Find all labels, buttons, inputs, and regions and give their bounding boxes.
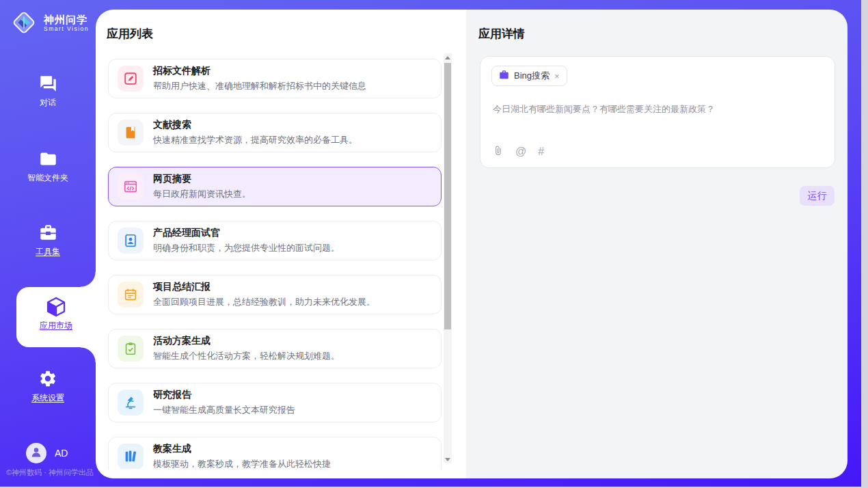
app-card-list: 招标文件解析帮助用户快速、准确地理解和解析招标书中的关键信息文献搜索快速精准查找… [108,53,442,469]
sidebar-item-smart-folder[interactable]: 智能文件夹 [0,149,96,184]
scroll-up-icon[interactable] [444,53,452,62]
app-card-title: 招标文件解析 [153,65,366,77]
app-window: 神州问学 Smart Vision 对话 智能文件夹 [0,0,861,487]
pen-square-icon [118,66,144,92]
person-icon [29,445,43,461]
prompt-text[interactable]: 今日湖北有哪些新闻要点？有哪些需要关注的最新政策？ [493,103,822,116]
app-detail-pane: 应用详情 Bing搜索 × 今日湖北有哪些新闻要点？有哪些需要关注的最新政策？ [466,10,847,478]
app-card[interactable]: 项目总结汇报全面回顾项目进展，总结经验教训，助力未来优化发展。 [108,275,442,314]
diamond-logo-icon [10,8,38,37]
app-card-description: 快速精准查找学术资源，提高研究效率的必备工具。 [153,134,357,146]
app-card-title: 网页摘要 [153,173,251,185]
interviewer-icon [118,228,144,254]
microscope-icon [118,390,144,416]
user-account[interactable]: AD [26,443,68,463]
clipboard-check-icon [118,336,144,362]
app-card-title: 活动方案生成 [153,335,340,347]
app-card[interactable]: 网页摘要每日政府新闻资讯快查。 [108,167,442,206]
app-card-description: 一键智能生成高质量长文本研究报告 [153,404,295,416]
scrollbar-thumb[interactable] [444,63,451,329]
app-card-description: 帮助用户快速、准确地理解和解析招标书中的关键信息 [153,80,366,92]
app-card[interactable]: 文献搜索快速精准查找学术资源，提高研究效率的必备工具。 [108,113,442,152]
app-card[interactable]: 产品经理面试官明确身份和职责，为您提供专业性的面试问题。 [108,221,442,260]
paperclip-icon[interactable] [493,144,504,159]
app-card-description: 智能生成个性化活动方案，轻松解决规划难题。 [153,350,340,362]
sidebar-item-label: 应用市场 [40,320,72,331]
sidebar-item-app-market[interactable]: 应用市场 [16,287,96,347]
list-scrollbar[interactable] [444,53,452,463]
sidebar-item-label: 对话 [40,97,56,109]
app-list-pane: 应用列表 招标文件解析帮助用户快速、准确地理解和解析招标书中的关键信息文献搜索快… [96,10,466,478]
scroll-down-icon[interactable] [444,455,452,463]
brand-name: 神州问学 [44,14,89,25]
app-card-description: 明确身份和职责，为您提供专业性的面试问题。 [153,242,340,254]
mention-icon[interactable]: @ [515,146,526,157]
app-card-description: 每日政府新闻资讯快查。 [153,188,251,200]
sidebar: 神州问学 Smart Vision 对话 智能文件夹 [0,0,96,487]
browser-code-icon [118,174,144,200]
folder-icon [0,149,96,168]
app-card-title: 项目总结汇报 [153,281,375,293]
app-card[interactable]: 招标文件解析帮助用户快速、准确地理解和解析招标书中的关键信息 [108,59,442,98]
gear-icon [0,369,96,388]
chat-icon [0,74,96,93]
hash-icon[interactable]: # [538,146,544,157]
book-icon [118,120,144,146]
sidebar-item-label: 工具集 [36,246,60,258]
plugin-chip-bing-search[interactable]: Bing搜索 × [491,66,567,86]
app-card-title: 研究报告 [153,389,295,401]
app-list-viewport: 招标文件解析帮助用户快速、准确地理解和解析招标书中的关键信息文献搜索快速精准查找… [108,53,442,469]
plugin-chip-label: Bing搜索 [514,70,550,82]
app-card[interactable]: 活动方案生成智能生成个性化活动方案，轻松解决规划难题。 [108,329,442,368]
app-card-title: 产品经理面试官 [153,227,340,239]
app-card[interactable]: 教案生成模板驱动，教案秒成，教学准备从此轻松快捷 [108,437,442,469]
brand-logo: 神州问学 Smart Vision [10,8,89,37]
sidebar-item-toolset[interactable]: 工具集 [0,223,96,258]
app-detail-title: 应用详情 [478,26,525,42]
tab-curve-bottom [81,347,96,362]
prompt-toolbar: @ # [493,144,544,159]
app-list-title: 应用列表 [107,26,153,42]
briefcase-icon [499,70,509,82]
app-card-description: 全面回顾项目进展，总结经验教训，助力未来优化发展。 [153,296,375,308]
books-icon [118,444,144,469]
toolbox-icon [0,223,96,242]
user-label: AD [55,448,68,459]
brand-tagline: Smart Vision [44,25,89,32]
app-card-title: 文献搜索 [153,119,357,131]
sidebar-item-chat[interactable]: 对话 [0,74,96,109]
run-button[interactable]: 运行 [800,186,835,206]
app-card-description: 模板驱动，教案秒成，教学准备从此轻松快捷 [153,458,331,469]
sidebar-item-settings[interactable]: 系统设置 [0,369,96,404]
tab-curve-top [81,272,96,287]
calendar-report-icon [118,282,144,308]
sidebar-item-label: 智能文件夹 [27,172,68,184]
content-panel: 应用列表 招标文件解析帮助用户快速、准确地理解和解析招标书中的关键信息文献搜索快… [96,10,847,478]
app-card[interactable]: 研究报告一键智能生成高质量长文本研究报告 [108,383,442,422]
close-icon[interactable]: × [554,71,560,81]
prompt-card[interactable]: Bing搜索 × 今日湖北有哪些新闻要点？有哪些需要关注的最新政策？ @ # [480,56,835,168]
sidebar-item-label: 系统设置 [31,392,64,404]
app-card-title: 教案生成 [153,443,331,455]
cube-icon [16,287,96,317]
avatar [26,443,46,463]
copyright-text: ©神州数码 · 神州问学出品 [6,467,94,478]
